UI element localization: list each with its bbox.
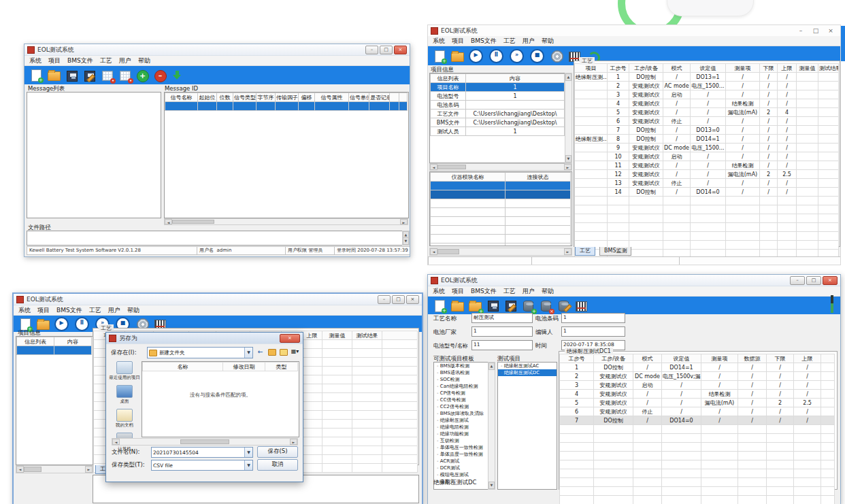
maximize-button[interactable]: □ [809,27,823,35]
menu-item[interactable]: 系统 [429,37,448,46]
template-item[interactable]: 单体温度一致性检测 [434,451,494,458]
dropdown-arrow-icon[interactable]: ▼ [244,448,252,457]
filetype-select[interactable]: CSV file ▼ [151,460,253,471]
close-button[interactable]: × [394,46,407,54]
place-documents[interactable]: 我的文档 [109,409,140,428]
pause-icon[interactable]: Ⅱ [489,49,503,63]
new-file-icon[interactable] [433,299,446,312]
menu-item[interactable]: 系统 [26,56,45,65]
menu-item[interactable]: 工艺 [97,56,116,65]
play-icon[interactable]: ▶ [54,317,69,331]
menu-item[interactable]: 工艺 [500,37,519,46]
menu-item[interactable]: 工艺 [500,287,519,296]
stop-icon[interactable]: ■ [530,49,544,63]
info-row[interactable]: 项目名称1 [431,83,565,92]
barcode-icon[interactable] [574,299,587,312]
db-remove-icon[interactable]: × [539,299,552,312]
maximize-button[interactable]: □ [380,46,393,54]
up-folder-icon[interactable] [267,347,277,356]
step-row[interactable]: 2安规测试仪DC mode电压_1500v;漏...//// [560,372,835,381]
step-row[interactable]: 11安规测试仪//结果检测// [575,161,839,170]
project-info-vscrollbar[interactable]: ▲▼ [565,73,572,163]
selected-test-item[interactable]: 绝缘耐压测试DC [498,369,557,376]
step-row[interactable]: 2安规测试仪AC mode电压_1500.../// [575,82,839,90]
template-item[interactable]: BMS故障读取及清除 [434,410,494,417]
menu-item[interactable]: 帮助 [135,56,154,65]
left-panel-hscrollbar[interactable]: ◄► [16,465,93,473]
menu-item[interactable]: 工艺 [86,306,105,315]
menu-item[interactable]: 项目 [448,287,467,296]
step-row[interactable]: 9安规测试仪DC mode电压_1500.../// [575,144,839,152]
menu-item[interactable]: 帮助 [538,287,557,296]
template-item[interactable]: BMS通讯检测 [434,369,494,376]
title-bar[interactable]: EOL测试系统 – □ × [14,294,422,305]
step-row[interactable]: 12安规测试仪//漏电流(mA)22.5 [575,170,839,179]
menu-item[interactable]: 项目 [45,56,64,65]
export-report-2-icon[interactable]: • [118,69,131,82]
remove-circle-icon[interactable]: – [153,69,166,82]
new-file-icon[interactable] [18,318,31,331]
menu-item[interactable]: 用户 [519,37,538,46]
menu-item[interactable]: 帮助 [124,306,143,315]
save-icon[interactable] [486,299,499,312]
template-item[interactable]: BMS版本检测 [434,363,494,369]
template-item[interactable]: Can绝缘电阻检测 [434,383,494,390]
step-row[interactable]: 10安规测试仪启动//// [575,152,839,161]
maximize-button[interactable]: □ [392,295,405,304]
file-path-textarea[interactable] [27,231,403,246]
info-row[interactable]: 电池型号1 [431,92,565,101]
project-info-hscrollbar[interactable]: ◄► [429,163,572,171]
menu-item[interactable]: BMS文件 [53,306,86,315]
template-item[interactable]: ACR测试 [434,458,494,465]
step-row[interactable]: 7DO控制/DO14=0//// [560,416,835,425]
play-icon[interactable]: ▶ [469,49,483,63]
dialog-title-bar[interactable]: 另存为 × [106,333,303,344]
dropdown-arrow-icon[interactable]: ▼ [244,460,252,470]
new-file-icon[interactable] [433,50,446,63]
step-row[interactable]: 4安规测试仪//结果检测// [575,99,839,108]
left-panel-hscrollbar[interactable]: ◄► [429,248,572,256]
title-bar[interactable]: EOL测试系统 – □ × [428,25,840,36]
template-item[interactable]: SOC检测 [434,376,494,383]
template-item[interactable]: CP信号检测 [434,390,494,397]
template-item[interactable]: 绝缘耐压测试 [434,417,494,424]
export-report-icon[interactable]: • [100,69,113,82]
step-row[interactable]: 6安规测试仪停止//// [575,117,839,126]
step-row[interactable]: 绝缘耐压测...1DO控制/DO13=1/// [575,73,839,82]
template-item[interactable]: 互锁检测 [434,437,494,444]
file-path-vscrollbar[interactable]: ▲▼ [402,231,410,246]
step-row[interactable]: 绝缘耐压测...8DO控制/DO14=1/// [575,135,839,144]
open-folder-icon[interactable] [450,50,463,63]
template-list[interactable]: BMS版本检测BMS通讯检测SOC检测Can绝缘电阻检测CP信号检测CC信号检测… [433,362,495,490]
step-row[interactable]: 4安规测试仪//结果检测/// [560,390,835,399]
save-button[interactable]: 保存(S) [257,446,298,458]
open-folder-icon[interactable] [47,69,60,82]
step-row[interactable]: 13安规测试仪停止//// [575,179,839,188]
db-edit-icon[interactable] [557,299,569,312]
template-item[interactable]: 单体电压一致性检测 [434,444,494,451]
info-row[interactable]: 测试人员1 [431,127,565,136]
menu-item[interactable]: 项目 [448,37,467,46]
step-row[interactable]: 5安规测试仪//漏电流(mA)/22.5 [560,399,835,407]
template-item[interactable]: 绝缘功能检测 [434,431,494,437]
signal-table-hscrollbar[interactable]: ◄► [164,218,408,225]
menu-item[interactable]: 项目 [34,306,53,315]
save-as-icon[interactable] [82,69,95,82]
add-folder-icon[interactable]: + [468,299,481,312]
menu-item[interactable]: 用户 [105,306,124,315]
back-icon[interactable]: ← [255,347,265,356]
template-item[interactable]: DCR测试 [434,465,494,471]
add-circle-icon[interactable]: + [135,69,148,82]
save-icon[interactable] [65,69,78,82]
close-button[interactable]: × [406,295,419,304]
title-bar[interactable]: EOL测试系统 – □ × [428,275,840,286]
place-recent[interactable]: 最近使用的项目 [109,361,140,380]
open-folder-icon[interactable] [450,299,463,312]
save-in-combobox[interactable]: 新建文件夹 ▼ [147,347,253,358]
open-folder-icon[interactable] [36,318,49,331]
dialog-close-button[interactable]: × [280,334,300,343]
step-row[interactable]: 3安规测试仪启动//// [575,90,839,99]
selected-test-list[interactable]: 绝缘耐压测试AC绝缘耐压测试DC [497,362,557,490]
dropdown-arrow-icon[interactable]: ▼ [244,348,252,358]
template-item[interactable]: 模组电压测试 [434,471,494,478]
